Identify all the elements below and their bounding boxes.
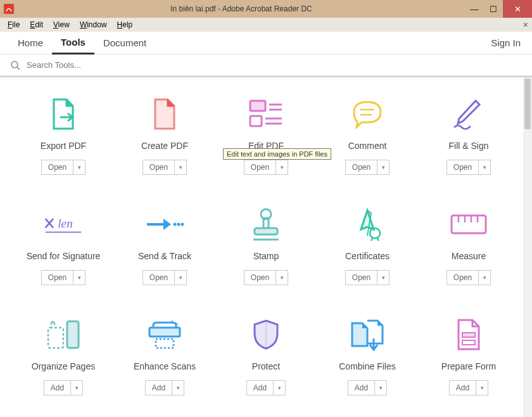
menu-window[interactable]: Window (75, 19, 112, 30)
svg-rect-4 (250, 116, 262, 126)
tool-send-signature[interactable]: len Send for Signature Open▼ (19, 207, 108, 285)
chevron-down-icon[interactable]: ▼ (73, 271, 85, 285)
chevron-down-icon[interactable]: ▼ (71, 381, 82, 395)
tool-add-button[interactable]: Add▼ (44, 380, 83, 395)
tool-open-button[interactable]: Open▼ (41, 160, 86, 175)
tool-open-button[interactable]: Open▼ (244, 160, 288, 175)
chevron-down-icon[interactable]: ▼ (377, 271, 389, 285)
tool-organize-pages[interactable]: Organize Pages Add▼ (19, 317, 108, 395)
window-controls: — ☐ ✕ (465, 0, 532, 18)
menu-view[interactable]: View (48, 19, 75, 30)
document-close-icon[interactable]: × (523, 20, 528, 30)
tool-prepare-form[interactable]: Prepare Form Add▼ (424, 317, 513, 395)
certificates-icon (348, 207, 386, 242)
tool-fill-sign[interactable]: Fill & Sign Open▼ (424, 96, 513, 175)
measure-icon (450, 207, 488, 242)
tool-open-button[interactable]: Open▼ (446, 270, 491, 285)
menu-edit[interactable]: Edit (25, 19, 48, 30)
svg-point-16 (174, 223, 177, 226)
signin-link[interactable]: Sign In (491, 37, 521, 48)
tool-protect[interactable]: Protect Add▼ (222, 317, 310, 395)
tool-open-button[interactable]: Open▼ (446, 160, 491, 175)
chevron-down-icon[interactable]: ▼ (276, 160, 288, 174)
menu-help[interactable]: Help (112, 19, 138, 30)
tool-label: Organize Pages (32, 361, 95, 371)
tool-label: Comment (348, 141, 387, 151)
tool-add-button[interactable]: Add▼ (145, 380, 184, 395)
tool-create-pdf[interactable]: Create PDF Open▼ (120, 96, 209, 175)
svg-rect-30 (67, 321, 79, 348)
chevron-down-icon[interactable]: ▼ (276, 271, 288, 285)
tools-grid: Export PDF Open▼ Create PDF Open▼ Edit P… (0, 77, 532, 414)
tool-open-button[interactable]: Open▼ (345, 160, 390, 175)
chevron-down-icon[interactable]: ▼ (375, 381, 386, 395)
tool-measure[interactable]: Measure Open▼ (424, 207, 513, 285)
tool-label: Stamp (253, 251, 279, 261)
send-signature-icon: len (44, 207, 82, 242)
chevron-down-icon[interactable]: ▼ (476, 381, 488, 395)
tabbar: Home Tools Document Sign In (0, 32, 532, 55)
window-title: In biên lai.pdf - Adobe Acrobat Reader D… (18, 4, 465, 13)
export-pdf-icon (44, 96, 82, 132)
tool-open-button[interactable]: Open▼ (244, 270, 288, 285)
chevron-down-icon[interactable]: ▼ (175, 271, 186, 285)
tool-edit-pdf[interactable]: Edit PDF Edit text and images in PDF fil… (222, 96, 310, 175)
tool-open-button[interactable]: Open▼ (345, 270, 390, 285)
tool-open-button[interactable]: Open▼ (142, 160, 187, 175)
chevron-down-icon[interactable]: ▼ (73, 160, 85, 174)
tool-certificates[interactable]: Certificates Open▼ (323, 207, 412, 285)
tool-label: Fill & Sign (448, 141, 488, 151)
tool-open-button[interactable]: Open▼ (142, 270, 187, 285)
tool-label: Export PDF (41, 141, 86, 151)
svg-rect-3 (250, 101, 265, 111)
chevron-down-icon[interactable]: ▼ (377, 160, 389, 174)
tool-combine-files[interactable]: Combine Files Add▼ (323, 317, 412, 395)
organize-pages-icon (44, 317, 82, 352)
svg-text:len: len (58, 217, 73, 230)
tool-label: Protect (252, 361, 280, 371)
tab-document[interactable]: Document (94, 32, 155, 53)
tool-export-pdf[interactable]: Export PDF Open▼ (19, 96, 108, 175)
tool-add-button[interactable]: Add▼ (449, 380, 488, 395)
tool-enhance-scans[interactable]: Enhance Scans Add▼ (120, 317, 209, 395)
menu-file[interactable]: File (3, 19, 25, 30)
svg-rect-24 (452, 215, 486, 233)
scrollbar-thumb[interactable] (524, 79, 531, 129)
svg-point-18 (181, 223, 184, 226)
search-icon (10, 60, 20, 70)
svg-rect-33 (462, 333, 475, 337)
tab-tools[interactable]: Tools (52, 32, 94, 55)
svg-rect-31 (149, 328, 180, 337)
tool-open-button[interactable]: Open▼ (41, 270, 86, 285)
tool-comment[interactable]: Comment Open▼ (323, 96, 412, 175)
tool-add-button[interactable]: Add▼ (348, 380, 387, 395)
send-track-icon (146, 207, 184, 242)
tool-label: Prepare Form (441, 361, 496, 371)
tool-label: Send & Track (138, 251, 191, 261)
comment-icon (348, 96, 386, 132)
svg-point-1 (11, 61, 18, 68)
maximize-button[interactable]: ☐ (484, 0, 503, 18)
edit-pdf-icon (247, 96, 285, 132)
combine-files-icon (348, 317, 386, 352)
tool-add-button[interactable]: Add▼ (246, 380, 286, 395)
svg-line-2 (17, 67, 20, 70)
tool-send-track[interactable]: Send & Track Open▼ (120, 207, 209, 285)
svg-rect-21 (255, 228, 277, 234)
enhance-scans-icon (146, 317, 184, 352)
chevron-down-icon[interactable]: ▼ (274, 381, 285, 395)
tool-label: Measure (452, 251, 486, 261)
tool-stamp[interactable]: Stamp Open▼ (222, 207, 310, 285)
tab-home[interactable]: Home (9, 32, 52, 53)
minimize-button[interactable]: — (465, 0, 484, 18)
svg-point-17 (177, 223, 180, 226)
svg-rect-32 (156, 339, 174, 348)
chevron-down-icon[interactable]: ▼ (175, 160, 186, 174)
chevron-down-icon[interactable]: ▼ (479, 160, 490, 174)
svg-rect-34 (462, 340, 475, 345)
search-input[interactable] (27, 60, 522, 70)
chevron-down-icon[interactable]: ▼ (479, 271, 490, 285)
stamp-icon (247, 207, 285, 242)
close-button[interactable]: ✕ (503, 0, 532, 18)
chevron-down-icon[interactable]: ▼ (172, 381, 184, 395)
